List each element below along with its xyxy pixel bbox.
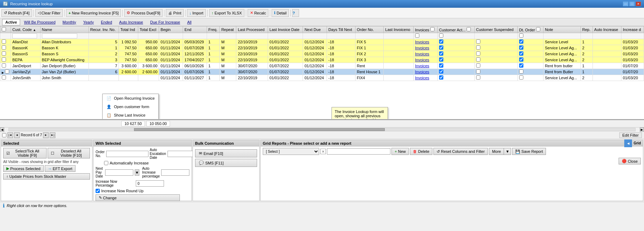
tab-due-for-increase[interactable]: Due For Increase bbox=[147, 19, 183, 25]
update-prices-btn[interactable]: ↑ Update Prices from Stock Master bbox=[3, 173, 90, 180]
auto-increase-cb[interactable] bbox=[104, 161, 108, 165]
clear-select-btn[interactable]: ✕ bbox=[320, 149, 326, 154]
filter-cust-code[interactable] bbox=[12, 33, 37, 38]
customer-act-filter-cb[interactable] bbox=[467, 27, 471, 31]
table-row[interactable]: JanDelport Jan Delport (Butler) 7 3 600.… bbox=[0, 63, 644, 69]
process-selected-btn[interactable]: ▶ Process Selected bbox=[3, 165, 44, 172]
table-row[interactable]: BassonK Basson K 1 747.50 650.00 01/11/2… bbox=[0, 45, 644, 51]
new-report-btn[interactable]: + New bbox=[391, 148, 409, 155]
recalc-button[interactable]: ✕ Recalc bbox=[248, 9, 269, 17]
customer-suspended-cb[interactable] bbox=[476, 39, 480, 44]
minimize-button[interactable]: — bbox=[623, 1, 628, 6]
change-btn[interactable]: ✎ Change bbox=[96, 194, 180, 201]
col-dt-order[interactable]: Dt. Order bbox=[517, 26, 543, 33]
invoices-link[interactable]: Invoices bbox=[415, 64, 429, 68]
table-row[interactable]: JohnSmith John Smith 01/11/2024 01/11/20… bbox=[0, 75, 644, 81]
process-due-button[interactable]: ⚙ Process Due[F9] bbox=[124, 9, 163, 17]
reports-select[interactable]: [ Select ] bbox=[263, 148, 319, 155]
select-all-checkbox[interactable] bbox=[2, 27, 6, 31]
col-last-invoice-date[interactable]: Last Invoice Date bbox=[268, 26, 303, 33]
dt-order-cb[interactable] bbox=[519, 57, 523, 62]
horizontal-scrollbar[interactable]: ◄ ► bbox=[0, 127, 644, 131]
customer-act-cb[interactable] bbox=[439, 45, 443, 50]
ctx-open-customer[interactable]: 👤 Open customer form bbox=[103, 102, 158, 111]
table-row[interactable]: BEPA BEP Allwright Consulting 3 747.50 6… bbox=[0, 57, 644, 63]
customer-suspended-cb[interactable] bbox=[476, 75, 480, 80]
table-row[interactable]: BassonS Basson S 2 747.50 650.00 01/11/2… bbox=[0, 51, 644, 57]
save-report-btn[interactable]: 💾 Save Report bbox=[512, 148, 546, 155]
eft-export-btn[interactable]: → EFT Export bbox=[45, 165, 75, 172]
maximize-button[interactable]: □ bbox=[629, 1, 635, 6]
tab-auto-increase[interactable]: Auto Increase bbox=[116, 19, 146, 25]
email-btn[interactable]: ✉ Email [F10] bbox=[195, 149, 257, 157]
reset-report-btn[interactable]: ↺ Reset Columns and Filter bbox=[433, 148, 488, 155]
col-invoices[interactable]: Invoices bbox=[413, 26, 437, 33]
dt-order-cb[interactable] bbox=[519, 69, 523, 74]
tab-ended[interactable]: Ended bbox=[98, 19, 115, 25]
dt-order-cb[interactable] bbox=[519, 63, 523, 68]
help-button[interactable]: ? bbox=[292, 9, 299, 17]
invoices-link[interactable]: Invoices bbox=[415, 40, 429, 44]
new-recurring-button[interactable]: + New Recurring Invoice [F5] bbox=[66, 9, 121, 17]
export-button[interactable]: ↑ Export To XLSX bbox=[209, 9, 244, 17]
scroll-thumb[interactable] bbox=[134, 128, 384, 131]
filter-invoices-cb[interactable] bbox=[415, 33, 419, 38]
row-checkbox[interactable] bbox=[2, 45, 6, 50]
col-days-till-next[interactable]: Days Till Next bbox=[327, 26, 356, 33]
customer-act-cb[interactable] bbox=[439, 39, 443, 44]
nav-checkbox[interactable] bbox=[2, 133, 6, 137]
tab-all[interactable]: All bbox=[184, 19, 195, 25]
col-auto-increase[interactable]: Auto Increase bbox=[593, 26, 621, 33]
filter-customer-act-cb[interactable] bbox=[439, 33, 443, 38]
col-repeat[interactable]: Repeat bbox=[220, 26, 236, 33]
nav-first-btn[interactable]: |◄ bbox=[7, 132, 13, 138]
customer-suspended-cb[interactable] bbox=[476, 69, 480, 74]
row-checkbox[interactable] bbox=[2, 75, 6, 80]
scroll-left-btn[interactable]: ◄ bbox=[0, 127, 4, 132]
next-pay-input[interactable] bbox=[105, 169, 133, 176]
table-row[interactable]: AllanDist Allan Distributors 5 1 092.50 … bbox=[0, 39, 644, 45]
row-checkbox[interactable] bbox=[2, 39, 6, 44]
grid-arrow-btn[interactable]: ◄ bbox=[624, 139, 632, 147]
col-last-processed[interactable]: Last Processed bbox=[236, 26, 268, 33]
col-last-invoiceno[interactable]: Last Invoiceno bbox=[384, 26, 413, 33]
edit-filter-button[interactable]: Edit Filter bbox=[619, 132, 642, 138]
auto-esc-input[interactable] bbox=[168, 151, 196, 157]
col-freq[interactable]: Freq. bbox=[207, 26, 220, 33]
tab-will-be-processed[interactable]: Will Be Processed bbox=[21, 19, 59, 25]
row-checkbox[interactable] bbox=[5, 69, 9, 74]
close-reports-btn[interactable]: 🔴 Close bbox=[619, 158, 641, 164]
nav-prev-btn[interactable]: ◄ bbox=[14, 132, 20, 138]
dt-order-cb[interactable] bbox=[519, 39, 523, 44]
customer-act-cb[interactable] bbox=[439, 63, 443, 68]
invoices-link[interactable]: Invoices bbox=[415, 58, 429, 62]
sms-btn[interactable]: 💬 SMS [F11] bbox=[195, 159, 257, 167]
customer-act-cb[interactable] bbox=[439, 57, 443, 62]
col-total-excl[interactable]: Total Excl bbox=[138, 26, 159, 33]
tab-yearly[interactable]: Yearly bbox=[80, 19, 97, 25]
nav-last-btn[interactable]: ►| bbox=[50, 132, 55, 138]
col-total-ind[interactable]: Total Ind bbox=[119, 26, 138, 33]
row-checkbox[interactable] bbox=[2, 63, 6, 68]
table-row[interactable]: ▶ JanVanZyl Jan Van Zyl (Butler) 6 2 600… bbox=[0, 69, 644, 75]
col-cust-code[interactable]: Cust. Code ▲ bbox=[11, 26, 40, 33]
col-customer-act[interactable]: Customer Act... bbox=[437, 26, 474, 33]
increase-now-input[interactable] bbox=[136, 180, 164, 187]
customer-suspended-cb[interactable] bbox=[476, 57, 480, 62]
invoices-link[interactable]: Invoices bbox=[415, 46, 429, 50]
order-no-input[interactable] bbox=[106, 151, 148, 157]
increase-now-round-cb[interactable] bbox=[96, 189, 100, 193]
col-name[interactable]: Name bbox=[40, 26, 89, 33]
customer-suspended-cb[interactable] bbox=[476, 63, 480, 68]
invoices-link[interactable]: Invoices bbox=[415, 52, 429, 56]
detail-button[interactable]: ℹ Detail bbox=[272, 9, 289, 17]
col-recur-inv-no[interactable]: Recur. Inv. No. bbox=[89, 26, 119, 33]
next-pay-dropdown[interactable]: ▼ bbox=[135, 169, 139, 176]
col-next-due[interactable]: Next Due bbox=[303, 26, 327, 33]
dt-order-cb[interactable] bbox=[519, 75, 523, 80]
row-checkbox[interactable] bbox=[2, 51, 6, 56]
auto-inc-pct-input[interactable] bbox=[161, 169, 189, 176]
invoices-link[interactable]: Invoices bbox=[415, 70, 429, 74]
col-increase-d[interactable]: Increase d bbox=[621, 26, 644, 33]
dt-order-filter-cb[interactable] bbox=[536, 27, 540, 31]
